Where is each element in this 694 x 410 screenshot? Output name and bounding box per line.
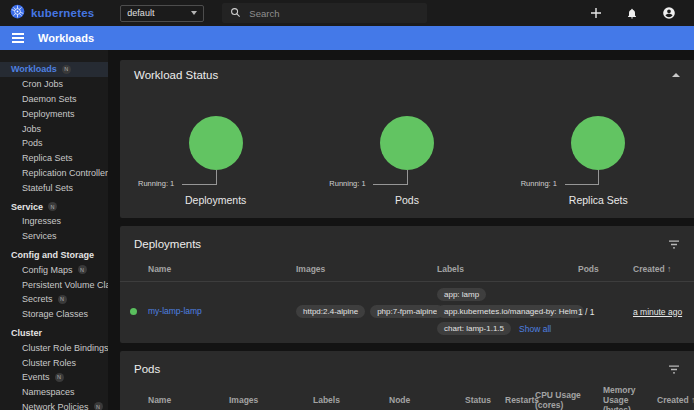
- pie-annotation: Running: 1: [138, 179, 174, 188]
- pods-card-title: Pods: [134, 363, 160, 375]
- col-name[interactable]: Name: [148, 264, 296, 274]
- col-cpu-usage[interactable]: CPU Usage (cores): [535, 390, 603, 410]
- deployments-card-title: Deployments: [134, 238, 201, 250]
- pods-table-header: Name Images Labels Node Status Restarts …: [120, 385, 694, 410]
- sidebar-item-cluster-roles[interactable]: Cluster Roles: [0, 355, 108, 370]
- namespace-selector[interactable]: default: [120, 5, 204, 22]
- sidebar-item-label: Services: [22, 231, 57, 241]
- pie-annotation: Running: 1: [521, 179, 557, 188]
- sidebar-item-label: Namespaces: [22, 387, 75, 397]
- pie-annotation: Running: 1: [329, 179, 365, 188]
- pods-pie-chart[interactable]: [380, 116, 434, 170]
- col-memory-usage[interactable]: Memory Usage (bytes): [603, 385, 657, 410]
- sidebar-item-deployments[interactable]: Deployments: [0, 106, 108, 121]
- col-labels[interactable]: Labels: [313, 395, 389, 405]
- sidebar-item-daemon-sets[interactable]: Daemon Sets: [0, 92, 108, 107]
- sidebar-item-network-policies[interactable]: Network Policies N: [0, 400, 108, 410]
- col-created[interactable]: Created ↑: [657, 395, 694, 405]
- filter-icon[interactable]: [668, 360, 680, 378]
- deployment-table-row[interactable]: my-lamp-lamp httpd:2.4-alpine php:7-fpm-…: [120, 282, 694, 343]
- chart-title: Replica Sets: [503, 194, 694, 206]
- col-status[interactable]: Status: [465, 395, 505, 405]
- col-created[interactable]: Created ↑: [633, 264, 694, 274]
- sidebar-item-secrets[interactable]: Secrets N: [0, 292, 108, 307]
- namespaced-badge: N: [55, 373, 64, 382]
- sidebar-item-label: Stateful Sets: [22, 183, 73, 193]
- sidebar-item-persistent-volume-claims[interactable]: Persistent Volume Claims N: [0, 277, 108, 292]
- search-input[interactable]: [249, 8, 399, 19]
- sidebar-item-label: Cluster Roles: [22, 358, 76, 368]
- sidebar-item-pods[interactable]: Pods: [0, 136, 108, 151]
- chart-title: Deployments: [120, 194, 311, 206]
- sidebar-item-namespaces[interactable]: Namespaces: [0, 385, 108, 400]
- filter-icon[interactable]: [668, 235, 680, 253]
- pods-card: Pods Name Images Labels Node Status Rest…: [120, 351, 694, 410]
- sidebar-item-events[interactable]: Events N: [0, 370, 108, 385]
- col-images[interactable]: Images: [296, 264, 437, 274]
- namespaced-badge: N: [48, 202, 57, 211]
- sidebar-item-replica-sets[interactable]: Replica Sets: [0, 151, 108, 166]
- sidebar-item-storage-classes[interactable]: Storage Classes: [0, 307, 108, 322]
- user-account-icon[interactable]: [662, 6, 676, 20]
- kubernetes-logo-icon: [10, 4, 25, 23]
- create-plus-icon[interactable]: [590, 7, 602, 19]
- sidebar-item-service[interactable]: Service N: [0, 199, 108, 214]
- menu-hamburger-icon[interactable]: [12, 33, 24, 43]
- sidebar-item-ingresses[interactable]: Ingresses: [0, 214, 108, 229]
- deployments-table-header: Name Images Labels Pods Created ↑: [120, 260, 694, 282]
- namespaced-badge: N: [62, 65, 71, 74]
- sidebar-item-stateful-sets[interactable]: Stateful Sets: [0, 180, 108, 195]
- sidebar-section-config-and-storage[interactable]: Config and Storage: [0, 248, 108, 263]
- sidebar-item-label: Replica Sets: [22, 153, 73, 163]
- sidebar-item-workloads[interactable]: Workloads N: [0, 62, 108, 77]
- sidebar-item-cluster-role-bindings[interactable]: Cluster Role Bindings: [0, 340, 108, 355]
- sidebar-item-label: Ingresses: [22, 216, 61, 226]
- sidebar-item-replication-controllers[interactable]: Replication Controllers: [0, 166, 108, 181]
- pie-callout: Running: 1: [329, 170, 407, 185]
- label-chip: app: lamp: [437, 288, 486, 301]
- status-ok-dot: [130, 308, 137, 315]
- sidebar-section-cluster[interactable]: Cluster: [0, 326, 108, 341]
- sidebar-item-label: Service: [11, 202, 43, 212]
- col-pods[interactable]: Pods: [578, 264, 633, 274]
- replica-sets-pie-chart[interactable]: [571, 116, 625, 170]
- label-chip: chart: lamp-1.1.5: [437, 322, 511, 335]
- col-node[interactable]: Node: [389, 395, 465, 405]
- pie-callout: Running: 1: [521, 170, 599, 185]
- col-name[interactable]: Name: [148, 395, 229, 405]
- sidebar-item-label: Cluster Role Bindings: [22, 343, 108, 353]
- brand-name: kubernetes: [31, 7, 94, 19]
- col-restarts[interactable]: Restarts: [505, 395, 535, 405]
- sidebar-item-cron-jobs[interactable]: Cron Jobs: [0, 77, 108, 92]
- namespaced-badge: N: [78, 265, 87, 274]
- search-bar[interactable]: [222, 3, 427, 23]
- namespaced-badge: N: [94, 402, 103, 410]
- sidebar-item-services[interactable]: Services: [0, 229, 108, 244]
- app-bar: Workloads: [0, 26, 694, 50]
- notifications-bell-icon[interactable]: [626, 7, 638, 20]
- sidebar-item-label: Config and Storage: [11, 250, 94, 260]
- collapse-chevron-icon[interactable]: [672, 73, 680, 77]
- deployments-card: Deployments Name Images Labels Pods Crea…: [120, 226, 694, 343]
- workload-status-title: Workload Status: [134, 69, 218, 81]
- images-cell: httpd:2.4-alpine php:7-fpm-alpine: [296, 305, 437, 318]
- deployment-name-link[interactable]: my-lamp-lamp: [148, 306, 202, 316]
- sidebar-item-label: Events: [22, 372, 50, 382]
- chevron-down-icon: [191, 11, 197, 15]
- status-charts-row: Running: 1 Deployments Running: 1 Pods: [120, 88, 694, 218]
- chart-replica-sets: Running: 1 Replica Sets: [503, 88, 694, 206]
- deployments-pie-chart[interactable]: [189, 116, 243, 170]
- show-all-link[interactable]: Show all: [519, 324, 551, 334]
- sidebar-item-config-maps[interactable]: Config Maps N: [0, 262, 108, 277]
- chart-title: Pods: [311, 194, 502, 206]
- col-images[interactable]: Images: [229, 395, 313, 405]
- sidebar-item-label: Deployments: [22, 109, 75, 119]
- sidebar-item-label: Daemon Sets: [22, 94, 77, 104]
- namespaced-badge: N: [58, 295, 67, 304]
- sidebar-item-jobs[interactable]: Jobs: [0, 121, 108, 136]
- sidebar-item-label: Cron Jobs: [22, 79, 63, 89]
- sidebar-item-label: Cluster: [11, 328, 42, 338]
- kubernetes-logo-brand[interactable]: kubernetes: [10, 4, 94, 23]
- col-labels[interactable]: Labels: [437, 264, 578, 274]
- image-chip: php:7-fpm-alpine: [370, 305, 444, 318]
